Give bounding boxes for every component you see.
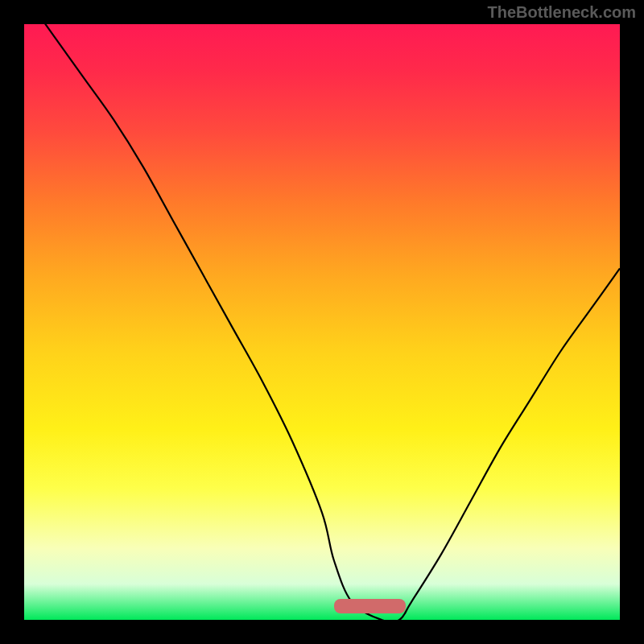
plot-area [24,24,620,620]
optimal-range-marker [334,599,406,613]
watermark-text: TheBottleneck.com [488,3,636,22]
curve-layer [24,24,620,620]
bottleneck-curve [24,24,620,620]
